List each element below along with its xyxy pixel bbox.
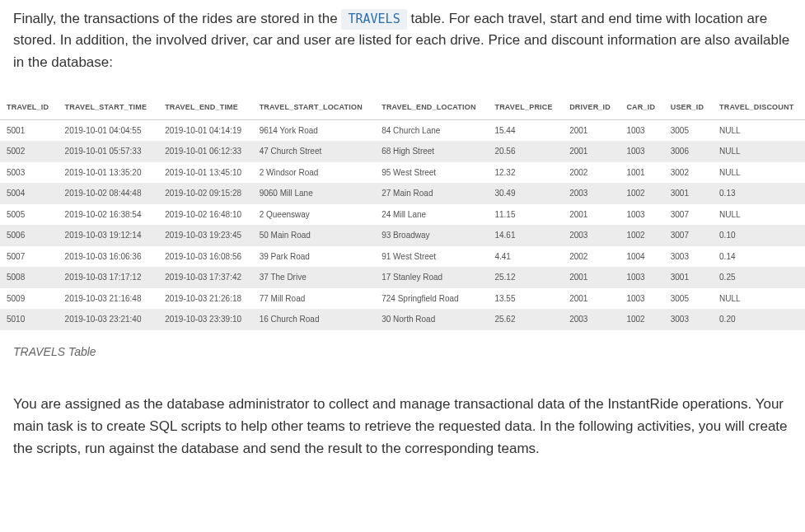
column-header: TRAVEL_START_LOCATION xyxy=(253,96,376,119)
table-cell: 30 North Road xyxy=(375,309,488,330)
table-cell: 27 Main Road xyxy=(375,183,488,204)
table-cell: 0.14 xyxy=(713,246,805,268)
table-cell: 1003 xyxy=(620,288,663,310)
column-header: USER_ID xyxy=(664,96,713,119)
table-cell: 3005 xyxy=(664,288,713,310)
table-row: 50052019-10-02 16:38:542019-10-02 16:48:… xyxy=(0,204,805,226)
closing-paragraph: You are assigned as the database adminis… xyxy=(13,393,792,460)
travels-table-body: 50012019-10-01 04:04:552019-10-01 04:14:… xyxy=(0,119,805,330)
table-cell: NULL xyxy=(713,141,805,162)
table-cell: 2001 xyxy=(563,204,620,226)
table-cell: 2 Windsor Road xyxy=(253,162,376,184)
table-cell: NULL xyxy=(713,162,805,184)
table-cell: 5005 xyxy=(0,204,59,226)
table-cell: 84 Church Lane xyxy=(375,119,488,141)
table-cell: 3007 xyxy=(664,204,713,226)
table-cell: 2019-10-03 17:17:12 xyxy=(59,267,159,288)
table-cell: 68 High Street xyxy=(375,141,488,162)
table-cell: 5001 xyxy=(0,119,59,141)
table-cell: 1003 xyxy=(620,141,663,162)
table-cell: 5008 xyxy=(0,267,59,288)
table-cell: 25.12 xyxy=(488,267,563,288)
table-cell: 0.10 xyxy=(713,225,805,246)
table-cell: 14.61 xyxy=(488,225,563,246)
column-header: TRAVEL_ID xyxy=(0,96,59,119)
column-header: TRAVEL_PRICE xyxy=(488,96,563,119)
table-cell: NULL xyxy=(713,288,805,310)
table-cell: 39 Park Road xyxy=(253,246,376,268)
table-row: 50102019-10-03 23:21:402019-10-03 23:39:… xyxy=(0,309,805,330)
table-cell: 2019-10-02 08:44:48 xyxy=(59,183,159,204)
table-cell: 2003 xyxy=(563,183,620,204)
table-cell: 1004 xyxy=(620,246,663,268)
table-cell: 2019-10-03 16:08:56 xyxy=(158,246,253,268)
column-header: TRAVEL_END_LOCATION xyxy=(375,96,488,119)
table-cell: 3003 xyxy=(664,246,713,268)
table-row: 50092019-10-03 21:16:482019-10-03 21:26:… xyxy=(0,288,805,310)
table-cell: 2019-10-01 04:14:19 xyxy=(158,119,253,141)
table-cell: 77 Mill Road xyxy=(253,288,376,310)
table-cell: 4.41 xyxy=(488,246,563,268)
table-cell: 2001 xyxy=(563,141,620,162)
table-cell: 2019-10-02 16:38:54 xyxy=(59,204,159,226)
table-cell: 2019-10-01 13:45:10 xyxy=(158,162,253,184)
table-cell: NULL xyxy=(713,119,805,141)
table-cell: 1002 xyxy=(620,225,663,246)
table-cell: 15.44 xyxy=(488,119,563,141)
table-cell: 2019-10-03 21:26:18 xyxy=(158,288,253,310)
table-cell: 2019-10-02 16:48:10 xyxy=(158,204,253,226)
table-cell: 11.15 xyxy=(488,204,563,226)
table-cell: 2 Queensway xyxy=(253,204,376,226)
table-row: 50032019-10-01 13:35:202019-10-01 13:45:… xyxy=(0,162,805,184)
table-cell: 1002 xyxy=(620,309,663,330)
table-cell: 2002 xyxy=(563,246,620,268)
table-cell: 5003 xyxy=(0,162,59,184)
table-cell: 2019-10-03 23:39:10 xyxy=(158,309,253,330)
table-cell: 2019-10-01 05:57:33 xyxy=(59,141,159,162)
table-cell: 93 Broadway xyxy=(375,225,488,246)
table-cell: 0.25 xyxy=(713,267,805,288)
table-cell: 50 Main Road xyxy=(253,225,376,246)
table-cell: 12.32 xyxy=(488,162,563,184)
table-cell: 24 Mill Lane xyxy=(375,204,488,226)
table-cell: 2001 xyxy=(563,288,620,310)
table-cell: 5002 xyxy=(0,141,59,162)
column-header: CAR_ID xyxy=(620,96,663,119)
table-cell: 9614 York Road xyxy=(253,119,376,141)
table-cell: 2002 xyxy=(563,162,620,184)
table-cell: 2019-10-03 23:21:40 xyxy=(59,309,159,330)
table-cell: 30.49 xyxy=(488,183,563,204)
table-cell: 3001 xyxy=(664,267,713,288)
table-cell: 2019-10-03 19:23:45 xyxy=(158,225,253,246)
column-header: TRAVEL_START_TIME xyxy=(59,96,159,119)
table-row: 50082019-10-03 17:17:122019-10-03 17:37:… xyxy=(0,267,805,288)
table-caption: TRAVELS Table xyxy=(13,343,792,362)
table-cell: 47 Church Street xyxy=(253,141,376,162)
table-cell: 2019-10-03 19:12:14 xyxy=(59,225,159,246)
table-row: 50042019-10-02 08:44:482019-10-02 09:15:… xyxy=(0,183,805,204)
travels-table-head: TRAVEL_IDTRAVEL_START_TIMETRAVEL_END_TIM… xyxy=(0,96,805,119)
table-cell: 0.13 xyxy=(713,183,805,204)
table-cell: 2019-10-01 04:04:55 xyxy=(59,119,159,141)
table-cell: 20.56 xyxy=(488,141,563,162)
table-cell: 2003 xyxy=(563,309,620,330)
table-cell: 0.20 xyxy=(713,309,805,330)
column-header: TRAVEL_DISCOUNT xyxy=(713,96,805,119)
table-cell: 2019-10-03 21:16:48 xyxy=(59,288,159,310)
table-cell: 5010 xyxy=(0,309,59,330)
table-cell: NULL xyxy=(713,204,805,226)
table-cell: 91 West Street xyxy=(375,246,488,268)
table-cell: 1003 xyxy=(620,204,663,226)
table-cell: 3003 xyxy=(664,309,713,330)
table-cell: 3005 xyxy=(664,119,713,141)
table-cell: 2019-10-02 09:15:28 xyxy=(158,183,253,204)
table-cell: 16 Church Road xyxy=(253,309,376,330)
column-header: DRIVER_ID xyxy=(563,96,620,119)
table-cell: 2019-10-01 13:35:20 xyxy=(59,162,159,184)
table-cell: 2003 xyxy=(563,225,620,246)
travels-table: TRAVEL_IDTRAVEL_START_TIMETRAVEL_END_TIM… xyxy=(0,96,805,330)
table-cell: 1002 xyxy=(620,183,663,204)
table-cell: 13.55 xyxy=(488,288,563,310)
intro-text-before: Finally, the transactions of the rides a… xyxy=(13,11,341,26)
table-cell: 25.62 xyxy=(488,309,563,330)
